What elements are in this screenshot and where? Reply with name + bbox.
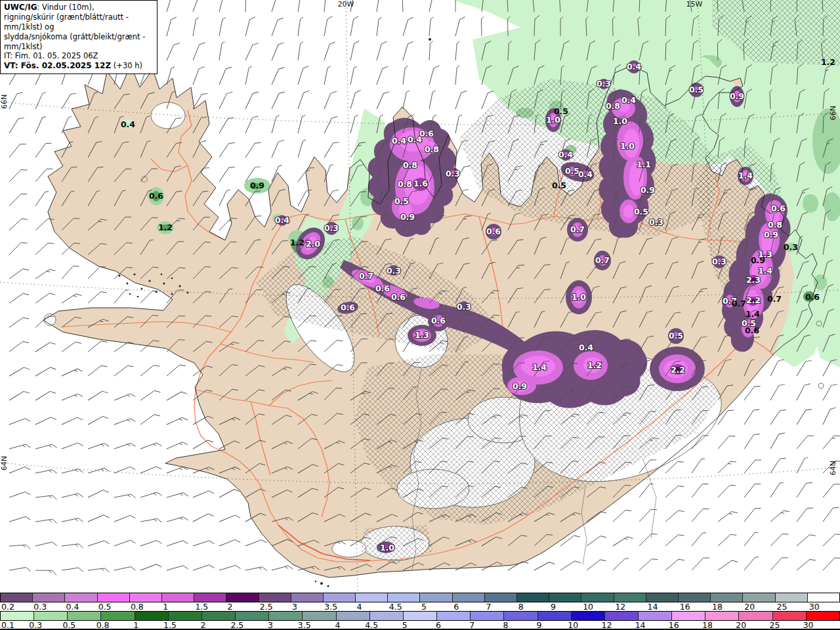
precip-amount-label: 1.0 [620,141,635,151]
colorbar-tick-label: 2.5 [230,620,243,630]
precip-amount-label: 1.4 [532,362,547,372]
colorbar-segment [1,612,33,620]
precip-amount-label: 0.7 [732,299,746,308]
colorbar-tick-label: 4 [335,620,340,630]
precip-amount-label: 0.8 [606,101,620,111]
colorbar-segment [470,612,503,620]
colorbar-segment [678,593,710,602]
colorbar-tick-label: 9 [551,602,556,612]
colorbar-tick-label: 1.5 [163,620,177,630]
coordinate-label: 20W [338,0,354,9]
colorbar-tick-label: 4.5 [389,602,402,612]
precip-amount-label: 0.7 [767,294,782,304]
precip-amount-label: 0.5 [634,207,648,217]
colorbar-tick-label: 14 [635,620,646,630]
colorbar-segment [614,593,646,602]
precip-amount-label: 0.4 [627,62,641,72]
colorbar-tick-label: 3.5 [298,620,311,630]
colorbar-segment [403,612,436,620]
colorbar-segment [571,612,604,620]
precip-amount-label: 2.2 [746,295,761,305]
precip-amount-label: 0.9 [730,91,744,101]
colorbar-segment [772,612,806,620]
colorbar-tick-label: 0.5 [98,602,112,612]
colorbar-tick-label: 4.5 [365,620,378,630]
colorbar-segment [33,612,67,620]
colorbar-segment [161,593,194,602]
colorbar-segment [355,593,387,602]
colorbar-panel: 0.20.30.40.50.811.522.533.544.5567891012… [0,593,840,630]
rain-colorbar [0,611,840,621]
weather-map-screenshot: 0.40.61.20.90.41.22.00.30.60.30.70.60.60… [0,0,840,630]
colorbar-segment [436,612,470,620]
precip-amount-label: 0.6 [431,316,446,326]
precip-amount-label: 1.0 [613,116,627,126]
colorbar-segment [302,612,335,620]
colorbar-tick-label: 8 [518,602,524,612]
precip-amount-label: 0.9 [513,381,527,391]
colorbar-tick-label: 18 [712,602,723,612]
colorbar-tick-label: 18 [702,620,713,630]
colorbar-segment [806,612,839,620]
precip-amount-label: 0.8 [768,220,782,230]
precip-amount-label: 0.7 [595,255,610,265]
colorbar-tick-label: 0.2 [1,602,14,612]
coordinate-label: 64N [0,456,9,471]
colorbar-tick-label: 5 [421,602,427,612]
precip-amount-label: 0.6 [341,303,355,312]
colorbar-segment [97,593,129,602]
colorbar-tick-label: 10 [568,620,578,630]
colorbar-segment [452,593,484,602]
colorbar-tick-label: 0.5 [62,620,75,630]
colorbar-tick-label: 0.8 [131,602,144,612]
colorbar-tick-label: 0.3 [33,602,47,612]
colorbar-tick-label: 7 [486,602,491,612]
colorbar-tick-label: 5 [402,620,408,630]
precip-amount-label: 1.0 [380,543,394,553]
precip-amount-label: 1.4 [746,309,760,319]
colorbar-segment [742,593,774,602]
colorbar-segment [259,593,291,602]
colorbar-tick-label: 1.5 [195,602,208,612]
precip-amount-label: 0.6 [771,203,786,213]
precip-amount-label: 1.2 [587,360,602,370]
precip-amount-label: 0.9 [400,212,415,222]
colorbar-segment [235,612,268,620]
precip-amount-label: 1.0 [572,292,586,302]
precip-amount-label: 0.4 [275,215,289,225]
map-canvas: 0.40.61.20.90.41.22.00.30.60.30.70.60.60… [0,0,840,593]
colorbar-tick-label: 9 [537,620,542,630]
colorbar-tick-label: 20 [736,620,746,630]
colorbar-segment [64,593,96,602]
coordinate-label: 64N [829,461,837,475]
rain-colorbar-labels: 0.10.30.50.811.522.533.544.5567891012141… [0,621,840,629]
colorbar-segment [581,593,613,602]
precip-amount-label: 0.3 [324,223,339,233]
coordinate-label: 66N [0,94,9,109]
precip-amount-label: 0.6 [149,191,163,201]
colorbar-segment [323,593,355,602]
colorbar-segment [201,612,235,620]
precip-amount-label: 1.4 [758,266,772,276]
precip-amount-label: 0.6 [391,292,406,302]
colorbar-segment [705,612,738,620]
precip-amount-label: 0.4 [121,119,135,129]
precip-amount-label: 0.4 [392,136,406,146]
colorbar-segment [194,593,226,602]
precip-amount-label: 0.8 [425,144,439,154]
colorbar-segment [291,593,323,602]
precip-amount-label: 0.3 [784,242,798,252]
colorbar-segment [1,593,32,602]
legend-rain-line: rigning/skúrir (grænt/blátt/rautt - mm/1… [4,12,154,32]
colorbar-tick-label: 7 [469,620,474,630]
precip-amount-label: 0.3 [712,257,726,266]
colorbar-segment [807,593,839,602]
precip-amount-label: 2.2 [671,365,685,375]
precip-amount-label: 0.9 [764,230,778,240]
colorbar-tick-label: 0.8 [96,620,110,630]
precip-amount-label: 0.3 [446,169,460,178]
colorbar-segment [646,593,678,602]
colorbar-segment [168,612,201,620]
colorbar-tick-label: 0.1 [1,620,14,630]
precip-amount-label: 2.0 [306,239,320,249]
